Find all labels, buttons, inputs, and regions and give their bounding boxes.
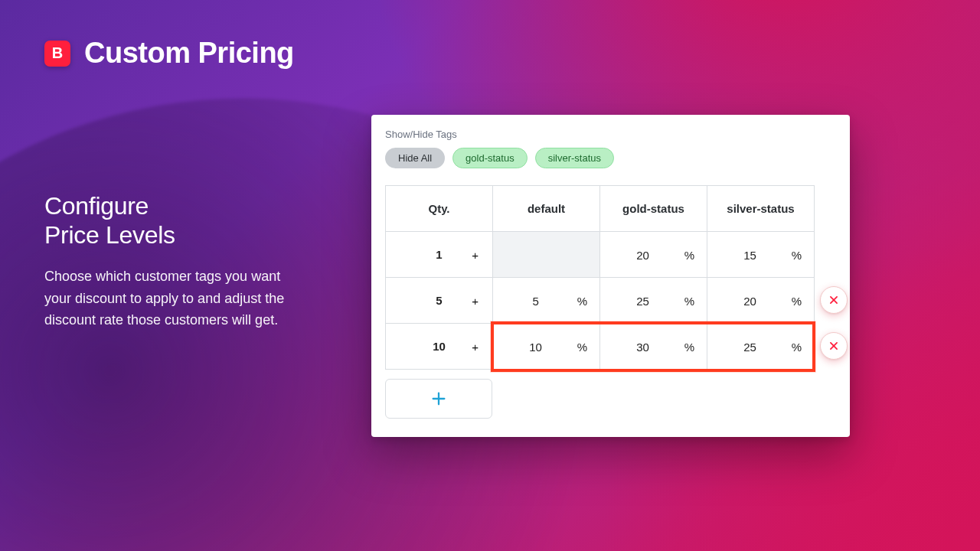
copy-body: Choose which customer tags you want your… [44,266,297,331]
discount-value: 10 [529,340,542,353]
table-header-row: Qty. default gold-status silver-status [386,186,815,232]
table-row: 1 + 20 % 15 % [386,232,815,278]
hide-all-button[interactable]: Hide All [385,148,445,168]
discount-unit: % [792,248,802,261]
discount-unit: % [684,248,694,261]
pricing-table: Qty. default gold-status silver-status 1… [385,185,815,370]
copy-heading: Configure Price Levels [44,191,297,250]
discount-unit: % [792,294,802,307]
tag-pill-silver-status[interactable]: silver-status [535,148,614,168]
col-header-silver: silver-status [707,186,815,232]
app-header: B Custom Pricing [44,37,294,70]
brand-logo: B [44,41,70,67]
pricing-panel: Show/Hide Tags Hide All gold-status silv… [371,115,850,437]
qty-value: 1 [436,248,442,261]
discount-cell-default[interactable]: 10 % [493,324,600,370]
col-header-gold: gold-status [600,186,707,232]
qty-plus-icon: + [472,248,479,261]
discount-cell-silver[interactable]: 15 % [707,232,815,278]
discount-cell-silver[interactable]: 25 % [707,324,815,370]
qty-cell[interactable]: 5 + [386,278,493,324]
discount-value: 25 [636,294,649,307]
discount-cell-gold[interactable]: 25 % [600,278,707,324]
discount-cell-default[interactable] [493,232,600,278]
add-row-container [385,379,492,419]
close-icon [828,295,839,305]
qty-cell[interactable]: 1 + [386,232,493,278]
app-title: Custom Pricing [84,37,294,70]
discount-value: 30 [636,340,649,353]
copy-heading-line1: Configure [44,192,149,220]
discount-value: 20 [743,294,756,307]
col-header-default: default [493,186,600,232]
close-icon [828,341,839,351]
qty-plus-icon: + [472,340,479,353]
add-row-button[interactable] [385,379,492,419]
discount-cell-default[interactable]: 5 % [493,278,600,324]
discount-unit: % [577,294,587,307]
col-header-qty: Qty. [386,186,493,232]
plus-icon [430,390,447,407]
tags-section-label: Show/Hide Tags [385,129,836,140]
discount-unit: % [684,340,694,353]
table-row: 5 + 5 % 25 % 20 % [386,278,815,324]
discount-cell-gold[interactable]: 30 % [600,324,707,370]
brand-logo-letter: B [52,44,63,62]
discount-value: 20 [636,248,649,261]
pricing-grid: Qty. default gold-status silver-status 1… [385,185,836,370]
qty-cell[interactable]: 10 + [386,324,493,370]
discount-cell-silver[interactable]: 20 % [707,278,815,324]
discount-unit: % [684,294,694,307]
discount-value: 15 [743,248,756,261]
copy-heading-line2: Price Levels [44,221,175,249]
discount-unit: % [792,340,802,353]
qty-plus-icon: + [472,294,479,307]
qty-value: 5 [436,294,442,307]
discount-value: 25 [743,340,756,353]
discount-value: 5 [532,294,538,307]
delete-row-button[interactable] [820,286,848,314]
delete-row-button[interactable] [820,332,848,360]
qty-value: 10 [433,340,446,353]
discount-cell-gold[interactable]: 20 % [600,232,707,278]
marketing-copy: Configure Price Levels Choose which cust… [44,191,297,331]
tag-pill-gold-status[interactable]: gold-status [452,148,528,168]
table-row: 10 + 10 % 30 % 25 % [386,324,815,370]
discount-unit: % [577,340,587,353]
tag-filter-row: Hide All gold-status silver-status [385,148,836,168]
